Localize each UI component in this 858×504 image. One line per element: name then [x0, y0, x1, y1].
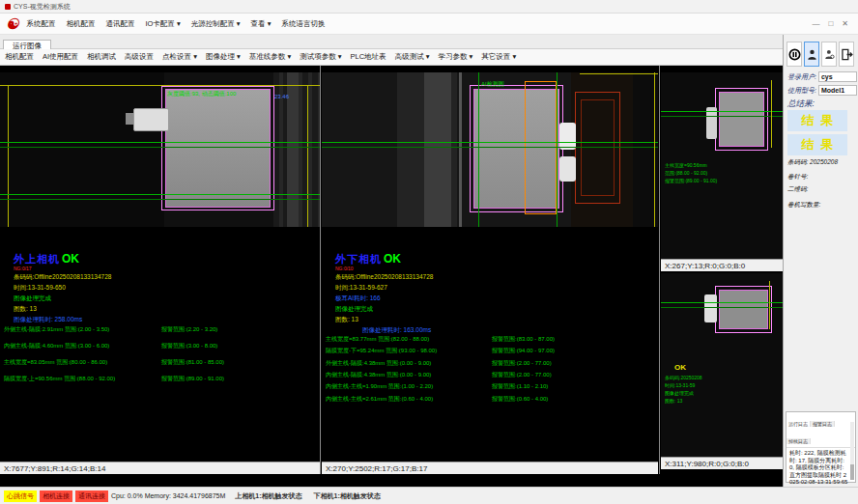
yellow-ref-line-top: [580, 73, 658, 74]
user-switch-button[interactable]: [821, 42, 837, 67]
app-icon: [5, 4, 11, 10]
upper-camera-status: 上相机1:相机触发状态: [235, 491, 301, 501]
statusbar: 心跳信号 相机连接 通讯连接 Cpu: 0.0% Memory: 3424.41…: [0, 487, 858, 504]
mini-image-bottom[interactable]: OK 条码码:20250208 时间:13-31-59 图像处理完成 图数: 1…: [661, 273, 783, 457]
total-result-label: 总结果:: [787, 98, 815, 110]
machine-column-light: [424, 72, 451, 227]
threshold-overlay-text: 灰度阈值:93, 动态阈值:100: [167, 90, 236, 98]
camera-panel-upper-outer: 灰度阈值:93, 动态阈值:100 23.46 外上相机OK NG:0/17 条…: [0, 66, 320, 487]
log-tab-offline[interactable]: 掉线日志: [786, 438, 811, 444]
measure-line-g1: [322, 142, 658, 143]
app-window: CYS-视觉检测系统 ☯ 系统配置 相机配置 通讯配置 IO卡配置 ▾ 光源控制…: [0, 0, 858, 504]
green-ref-line-v1: [478, 72, 479, 227]
measure-tag-text: 23.46: [274, 94, 289, 99]
tool-learn-params[interactable]: 学习参数 ▾: [438, 52, 472, 62]
menu-item-io-config[interactable]: IO卡配置 ▾: [145, 19, 180, 29]
measurement-row: 隔膜宽度-上=90.56mm 范围:(88.00 - 92.00)报警范围:(8…: [4, 375, 320, 383]
camera-image-upper-outer[interactable]: 灰度阈值:93, 动态阈值:100 23.46: [0, 72, 320, 227]
user-icon: [807, 48, 817, 61]
elapsed-line: 图像处理耗时: 258.00ms: [14, 314, 303, 324]
minimize-icon[interactable]: —: [812, 19, 819, 28]
tab-connector: [133, 108, 169, 131]
tool-spot-check[interactable]: 点检设置 ▾: [162, 52, 197, 62]
yellow-ref-line-v: [771, 80, 772, 148]
tool-ai-config[interactable]: AI使用配置: [43, 52, 78, 62]
ai-elapsed-line: 极耳AI耗时: 166: [335, 293, 644, 303]
log-scrollbar[interactable]: [850, 422, 854, 480]
sidebar-barcode: 条码码: 20250208: [787, 158, 838, 167]
machine-edge: [459, 72, 462, 227]
log-tabs: 运行日志报警日志掉线日志: [786, 412, 855, 448]
menu-item-light-config[interactable]: 光源控制配置 ▾: [191, 19, 241, 29]
menu-item-camera-config[interactable]: 相机配置: [66, 19, 95, 29]
panel-divider-2: [659, 66, 660, 474]
tool-baseline-params[interactable]: 基准线参数 ▾: [249, 52, 291, 62]
measure-line-g2: [661, 307, 783, 308]
menu-item-language[interactable]: 系统语言切换: [281, 19, 325, 29]
qr-label: 二维码:: [787, 185, 808, 194]
result-block-upper: 外上相机OK NG:0/17 条码码:Offline20250208133134…: [14, 249, 303, 324]
lower-camera-status: 下相机1:相机触发状态: [314, 491, 381, 501]
tool-advanced-test[interactable]: 高级测试 ▾: [395, 52, 430, 62]
bright-blob-1: [559, 123, 576, 150]
tool-advanced-settings[interactable]: 高级设置: [125, 52, 154, 62]
image-bg-left: [0, 72, 164, 227]
mini-panel-top: 主线宽度=90.56mm 范围:(88.00 - 92.00) 报警范围:(89…: [661, 66, 783, 271]
tool-camera-debug[interactable]: 相机调试: [87, 52, 116, 62]
result-ok: OK: [384, 252, 401, 266]
tab-strip: 运行图像: [0, 35, 783, 49]
maximize-icon[interactable]: □: [828, 19, 833, 28]
result-badge-1: 结果: [787, 110, 847, 131]
login-value-field[interactable]: cys: [818, 71, 857, 82]
menu-item-view[interactable]: 查看 ▾: [251, 19, 272, 29]
user-login-button[interactable]: [804, 42, 819, 67]
log-tab-run[interactable]: 运行日志: [786, 421, 811, 427]
camera-title: 外下相机: [335, 253, 382, 265]
mini-image-top[interactable]: 主线宽度=90.56mm 范围:(88.00 - 92.00) 报警范围:(89…: [661, 72, 783, 259]
model-value-field[interactable]: Model1: [818, 85, 857, 96]
measurement-row: 主线宽度=83.77mm 范围:(82.00 - 88.00)报警范围:(83.…: [326, 335, 658, 344]
mini-overlay-text: 条码码:20250208 时间:13-31-59 图像处理完成 图数: 13: [665, 374, 702, 405]
tool-other-settings[interactable]: 其它设置 ▾: [481, 52, 516, 62]
tool-test-params[interactable]: 测试项参数 ▾: [300, 52, 341, 62]
result-badge-2: 结果: [787, 134, 847, 155]
cell-region: [719, 290, 768, 329]
app-logo-icon: ☯: [6, 16, 18, 31]
camera-title: 外上相机: [14, 253, 60, 265]
measure-line-g3: [0, 194, 320, 195]
measurement-row: 主线宽度=83.05mm 范围:(80.00 - 86.00)报警范围:(81.…: [4, 358, 320, 367]
pixel-coords-lower: X:270;Y:2502;R:17;G:17;B:17: [322, 462, 658, 474]
bright-blob-2: [559, 156, 576, 182]
yellow-ref-line-v2: [307, 85, 308, 227]
tool-camera-config[interactable]: 相机配置: [5, 52, 34, 62]
tool-plc-address[interactable]: PLC地址表: [351, 52, 386, 62]
log-scroll-thumb[interactable]: [850, 464, 854, 480]
log-tab-alarm[interactable]: 报警日志: [811, 421, 835, 427]
menu-item-system-config[interactable]: 系统配置: [26, 19, 55, 29]
menu-item-comm-config[interactable]: 通讯配置: [105, 19, 134, 29]
camera-image-lower-outer[interactable]: AI检测图: [322, 72, 658, 227]
bright-blob: [704, 294, 717, 322]
frame-count: 图数: 13: [14, 303, 303, 314]
process-status: 图像处理完成: [335, 303, 644, 314]
measurement-row: 外侧主线-隔膜:2.91mm 范围:(2.00 - 3.50)报警范围:(2.2…: [4, 325, 320, 334]
exit-button[interactable]: [839, 42, 854, 67]
pause-icon: [788, 48, 801, 61]
model-row: 使用型号: Model1: [787, 85, 857, 96]
measurement-row: 隔膜宽度-下=95.24mm 范围:(93.00 - 98.00)报警范围:(9…: [326, 347, 658, 355]
pause-button[interactable]: [786, 42, 802, 67]
roi-outline-red-inner: [581, 99, 615, 196]
process-status: 图像处理完成: [14, 293, 303, 303]
measurement-row: 外侧主线-隔膜:4.38mm 范围:(0.00 - 9.00)报警范围:(2.0…: [326, 359, 658, 368]
result-ok: OK: [62, 252, 79, 266]
sidebar: 登录用户: cys 使用型号: Model1 总结果: 结果 结果 条码码: 2…: [783, 35, 858, 504]
time-line: 时间:13-31-59-650: [14, 282, 303, 293]
tool-image-processing[interactable]: 图像处理 ▾: [206, 52, 241, 62]
green-ref-line-v2: [557, 72, 558, 227]
close-icon[interactable]: ✕: [842, 19, 848, 28]
menubar: ☯ 系统配置 相机配置 通讯配置 IO卡配置 ▾ 光源控制配置 ▾ 查看 ▾ 系…: [0, 14, 858, 35]
time-line: 时间:13-31-59-627: [335, 282, 644, 293]
yellow-ref-line-v: [654, 72, 655, 227]
cpu-memory-text: Cpu: 0.0% Memory: 3424.41796875M: [111, 492, 225, 499]
measure-line-g1: [661, 302, 783, 303]
